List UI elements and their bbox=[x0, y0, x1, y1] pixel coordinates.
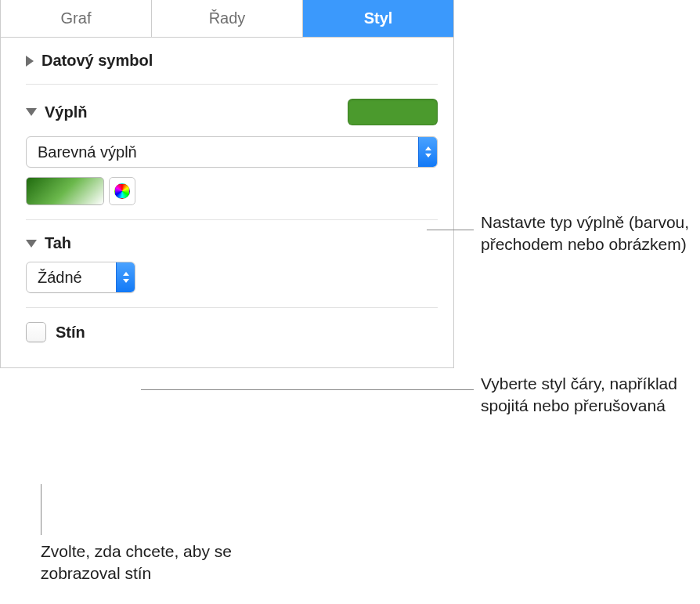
callout-line bbox=[141, 389, 474, 390]
fill-color-swatch[interactable] bbox=[348, 99, 438, 125]
popup-arrows-icon bbox=[418, 137, 437, 167]
color-wheel-icon bbox=[114, 183, 130, 199]
callout-line bbox=[41, 484, 41, 535]
tab-series[interactable]: Řady bbox=[152, 0, 303, 37]
data-symbol-header[interactable]: Datový symbol bbox=[26, 52, 438, 70]
stroke-type-select[interactable]: Žádné bbox=[26, 262, 135, 293]
section-shadow: Stín bbox=[26, 308, 438, 352]
chevron-right-icon bbox=[26, 56, 34, 67]
color-picker-button[interactable] bbox=[109, 177, 135, 205]
fill-color-row bbox=[26, 177, 438, 205]
chevron-down-icon bbox=[26, 108, 37, 116]
stroke-type-label: Žádné bbox=[38, 269, 82, 287]
fill-type-label: Barevná výplň bbox=[38, 143, 137, 161]
popup-arrows-icon bbox=[116, 262, 135, 292]
panel-body: Datový symbol Výplň Barevná výplň bbox=[1, 38, 453, 367]
callout-stroke-style: Vyberte styl čáry, například spojitá neb… bbox=[481, 373, 684, 418]
tab-chart[interactable]: Graf bbox=[1, 0, 152, 37]
fill-header[interactable]: Výplň bbox=[26, 103, 87, 121]
inspector-panel: Graf Řady Styl Datový symbol Výplň Barev… bbox=[0, 0, 454, 368]
stroke-title: Tah bbox=[45, 234, 71, 252]
stroke-header[interactable]: Tah bbox=[26, 234, 438, 252]
fill-type-select[interactable]: Barevná výplň bbox=[26, 136, 438, 168]
callout-shadow: Zvolte, zda chcete, aby se zobrazoval st… bbox=[41, 541, 276, 585]
tab-style[interactable]: Styl bbox=[303, 0, 453, 37]
shadow-checkbox[interactable] bbox=[26, 322, 46, 342]
chevron-down-icon bbox=[26, 240, 37, 248]
data-symbol-title: Datový symbol bbox=[41, 52, 153, 70]
fill-gradient-preview[interactable] bbox=[26, 177, 104, 205]
shadow-title: Stín bbox=[56, 324, 85, 342]
tab-bar: Graf Řady Styl bbox=[1, 0, 453, 38]
section-fill: Výplň Barevná výplň bbox=[26, 85, 438, 220]
fill-title: Výplň bbox=[45, 103, 87, 121]
callout-fill-type: Nastavte typ výplně (barvou, přechodem n… bbox=[481, 212, 692, 256]
section-data-symbol: Datový symbol bbox=[26, 38, 438, 85]
section-stroke: Tah Žádné bbox=[26, 220, 438, 308]
